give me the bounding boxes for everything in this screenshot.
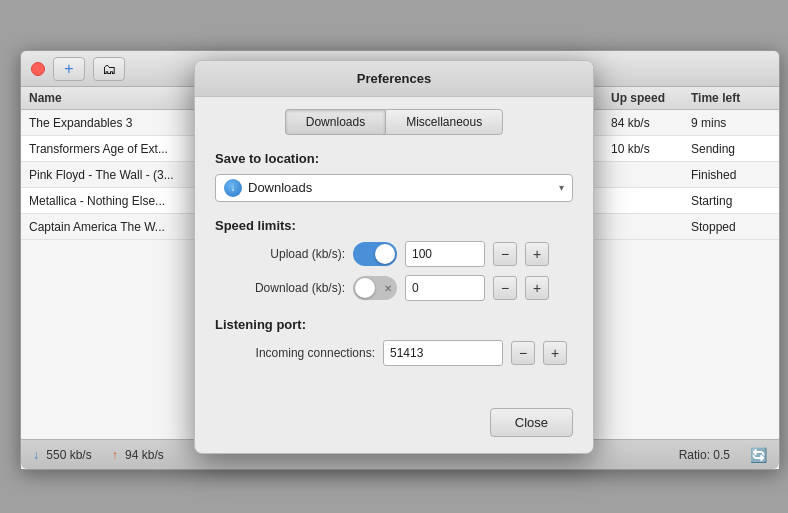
col-header-timeleft: Time left: [691, 91, 771, 105]
upload-input[interactable]: [405, 241, 485, 267]
download-plus-button[interactable]: +: [525, 276, 549, 300]
upload-icon: ↑: [112, 448, 118, 462]
close-dialog-button[interactable]: Close: [490, 408, 573, 437]
downloads-folder-icon: [224, 179, 242, 197]
dialog-footer: Close: [195, 398, 593, 453]
row-timeleft: Stopped: [691, 220, 771, 234]
location-row: Downloads ▾: [215, 174, 573, 202]
ratio-display: Ratio: 0.5: [679, 448, 730, 462]
ratio-icon: 🔄: [750, 447, 767, 463]
save-location-label: Save to location:: [215, 151, 573, 166]
listening-port-section: Listening port: Incoming connections: − …: [215, 317, 573, 366]
row-timeleft: Starting: [691, 194, 771, 208]
dialog-title: Preferences: [195, 61, 593, 97]
port-plus-button[interactable]: +: [543, 341, 567, 365]
speed-limits-section: Speed limits: Upload (kb/s): − + Downloa…: [215, 218, 573, 301]
download-toggle[interactable]: [353, 276, 397, 300]
dialog-body: Save to location: Downloads ▾ Speed limi…: [195, 135, 593, 398]
toggle-knob: [355, 278, 375, 298]
dialog-tabs: Downloads Miscellaneous: [195, 97, 593, 135]
upload-plus-button[interactable]: +: [525, 242, 549, 266]
port-row: Incoming connections: − +: [215, 340, 573, 366]
port-minus-button[interactable]: −: [511, 341, 535, 365]
speed-limits-label: Speed limits:: [215, 218, 573, 233]
close-window-button[interactable]: [31, 62, 45, 76]
chevron-down-icon: ▾: [559, 182, 564, 193]
download-speed: ↓ 550 kb/s: [33, 448, 92, 462]
location-select[interactable]: Downloads ▾: [215, 174, 573, 202]
upload-toggle[interactable]: [353, 242, 397, 266]
location-value: Downloads: [248, 180, 312, 195]
upload-label: Upload (kb/s):: [215, 247, 345, 261]
col-header-upspeed: Up speed: [611, 91, 691, 105]
tab-miscellaneous[interactable]: Miscellaneous: [385, 109, 503, 135]
download-label: Download (kb/s):: [215, 281, 345, 295]
port-input[interactable]: [383, 340, 503, 366]
row-timeleft: Sending: [691, 142, 771, 156]
download-input[interactable]: [405, 275, 485, 301]
incoming-connections-label: Incoming connections:: [215, 346, 375, 360]
upload-minus-button[interactable]: −: [493, 242, 517, 266]
upload-row: Upload (kb/s): − +: [215, 241, 573, 267]
download-row: Download (kb/s): − +: [215, 275, 573, 301]
listening-port-label: Listening port:: [215, 317, 573, 332]
download-icon: ↓: [33, 448, 39, 462]
add-torrent-button[interactable]: +: [53, 57, 85, 81]
row-upspeed: 84 kb/s: [611, 116, 691, 130]
upload-speed: ↑ 94 kb/s: [112, 448, 164, 462]
open-folder-button[interactable]: 🗂: [93, 57, 125, 81]
download-minus-button[interactable]: −: [493, 276, 517, 300]
toggle-knob: [375, 244, 395, 264]
row-upspeed: 10 kb/s: [611, 142, 691, 156]
row-timeleft: Finished: [691, 168, 771, 182]
row-timeleft: 9 mins: [691, 116, 771, 130]
preferences-dialog: Preferences Downloads Miscellaneous Save…: [194, 60, 594, 454]
tab-downloads[interactable]: Downloads: [285, 109, 385, 135]
